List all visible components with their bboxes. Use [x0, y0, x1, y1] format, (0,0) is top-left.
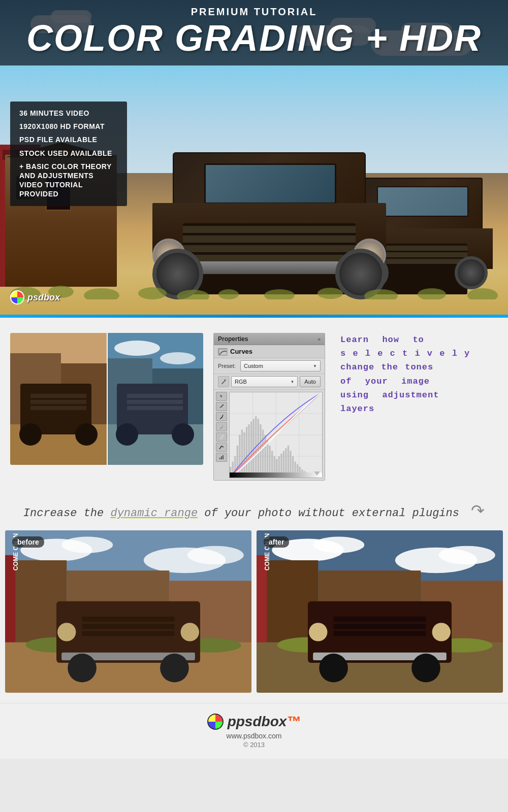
tool-graph-type[interactable]: [216, 443, 227, 452]
tool-eyedropper-mid[interactable]: [216, 422, 227, 431]
svg-rect-19: [30, 400, 86, 404]
svg-point-103: [181, 623, 199, 641]
svg-rect-37: [223, 455, 224, 459]
tool-histogram[interactable]: [216, 453, 227, 462]
svg-rect-48: [239, 435, 240, 478]
after-scene: COME ON IN: [257, 530, 503, 693]
svg-rect-53: [250, 422, 252, 478]
eyedropper-mid-icon: [219, 424, 224, 429]
eyedropper-black-icon: [219, 414, 224, 419]
svg-rect-50: [243, 432, 245, 478]
info-item-2: 1920x1080 HD FORMAT: [19, 122, 118, 131]
graph-with-tools: [214, 390, 325, 480]
svg-point-29: [172, 423, 194, 446]
before-scene: COME ON IN: [5, 530, 251, 693]
description-text: Learn how tos e l e c t i v e l ychange …: [340, 333, 498, 416]
svg-rect-122: [334, 617, 426, 622]
preset-dropdown[interactable]: Custom ▼: [240, 360, 321, 371]
tool-select[interactable]: [216, 392, 227, 401]
after-image: after: [257, 530, 503, 693]
preset-row: Preset: Custom ▼: [214, 358, 325, 374]
svg-point-106: [160, 654, 189, 683]
premium-label: PREMIUM TUTORIAL: [10, 6, 498, 18]
psdbox-logo-circle: [10, 290, 24, 304]
dynamic-range-highlight: dynamic range: [110, 507, 198, 520]
footer-logo: ppsdbox™: [10, 714, 498, 730]
info-item-5: + BASIC COLOR THEORY AND ADJUSTMENTS VID…: [19, 162, 118, 199]
tool-eyedropper-white[interactable]: [216, 432, 227, 442]
before-scene-svg: [10, 333, 107, 465]
eyedropper-icon: [220, 379, 227, 385]
dynamic-range-text: Increase the dynamic range of your photo…: [23, 507, 466, 520]
svg-point-128: [319, 654, 348, 683]
before-label: before: [12, 536, 44, 548]
svg-point-102: [57, 623, 76, 641]
svg-rect-100: [82, 624, 175, 629]
before-image: before: [5, 530, 251, 693]
eyedropper-white-icon: [219, 434, 224, 439]
svg-point-4: [177, 290, 209, 299]
svg-rect-101: [82, 631, 175, 636]
svg-point-89: [187, 546, 244, 564]
description-text-area: Learn how tos e l e c t i v e l ychange …: [335, 333, 498, 416]
eyedropper-button[interactable]: [218, 376, 229, 387]
channel-dropdown[interactable]: RGB ▼: [231, 376, 298, 387]
curve-indicator-triangle: [314, 471, 320, 476]
svg-point-110: [313, 536, 364, 553]
curves-graph-svg: [230, 392, 322, 478]
svg-point-105: [68, 654, 97, 683]
svg-point-23: [160, 352, 196, 364]
properties-title: Properties: [218, 335, 248, 343]
properties-title-bar: Properties »: [214, 333, 325, 345]
preset-arrow-icon: ▼: [313, 364, 317, 368]
comparison-divider: [107, 333, 108, 465]
arrow-curve-icon: ↷: [471, 501, 485, 520]
svg-rect-32: [127, 406, 183, 410]
svg-point-10: [467, 288, 498, 299]
channel-arrow-icon: ▼: [290, 380, 294, 384]
svg-point-112: [439, 546, 495, 564]
svg-point-28: [116, 423, 138, 446]
pencil-icon: [219, 404, 224, 409]
svg-point-8: [364, 289, 398, 299]
svg-rect-36: [221, 456, 222, 459]
svg-rect-58: [262, 430, 264, 478]
dynamic-range-section: Increase the dynamic range of your photo…: [0, 496, 508, 530]
svg-rect-20: [30, 406, 86, 410]
curves-graph-container: [229, 392, 323, 478]
auto-button[interactable]: Auto: [300, 376, 321, 387]
svg-rect-52: [248, 424, 249, 478]
tool-pencil[interactable]: [216, 402, 227, 411]
comparison-box: [10, 333, 203, 465]
info-item-1: 36 MINUTES VIDEO: [19, 109, 118, 118]
cursor-icon: [219, 394, 224, 399]
footer-logo-text: ppsdbox™: [228, 714, 301, 730]
grille-bar-3: [183, 245, 356, 252]
svg-point-2: [84, 288, 119, 299]
curves-header-row: Curves: [214, 345, 325, 358]
info-item-3: PSD FILE AVAILABLE: [19, 135, 118, 144]
svg-point-9: [418, 288, 446, 299]
svg-point-129: [411, 654, 440, 683]
curves-layer-icon: [218, 348, 227, 355]
tool-eyedropper-black[interactable]: [216, 412, 227, 421]
curves-panel: Properties » Curves Preset: Custom ▼: [213, 333, 325, 481]
footer-logo-circle: [207, 714, 224, 730]
footer-logo-italic: p: [228, 714, 236, 729]
comparison-after: [107, 333, 203, 465]
panel-expand-icon: »: [318, 336, 321, 342]
logo-area: psdbox: [10, 290, 60, 304]
svg-rect-18: [30, 394, 86, 398]
logo-italic: p: [27, 292, 33, 302]
psdbox-logo-text: psdbox: [27, 292, 60, 303]
svg-rect-30: [127, 394, 183, 398]
svg-rect-60: [267, 441, 268, 478]
preset-label: Preset:: [218, 363, 237, 369]
info-box: 36 MINUTES VIDEO 1920x1080 HD FORMAT PSD…: [10, 101, 127, 206]
windshield: [204, 163, 336, 204]
svg-point-5: [218, 289, 239, 299]
footer-section: ppsdbox™ www.psdbox.com © 2013: [0, 703, 508, 759]
channel-row: RGB ▼ Auto: [214, 374, 325, 390]
footer-url[interactable]: www.psdbox.com: [10, 732, 498, 740]
middle-section: Properties » Curves Preset: Custom ▼: [0, 318, 508, 496]
